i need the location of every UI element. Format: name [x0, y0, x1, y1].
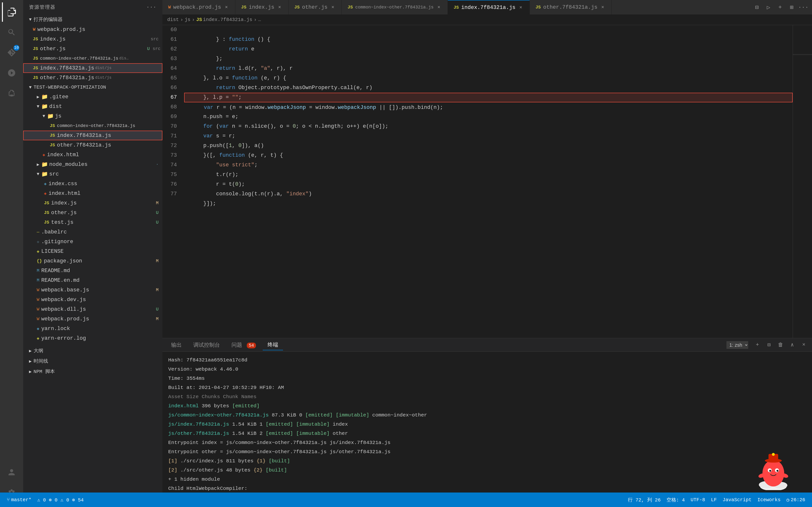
tree-index-hash[interactable]: JS index.7f84321a.js	[23, 131, 162, 140]
code-line-66: }, l.p = "";	[184, 83, 793, 93]
add-editor-btn[interactable]: +	[775, 2, 785, 12]
tree-readme-en[interactable]: M README.en.md	[23, 276, 162, 285]
status-extension[interactable]: Iceworks	[755, 493, 783, 507]
node-modules-arrow: ▶	[37, 162, 39, 167]
breadcrumb-dist[interactable]: dist	[167, 17, 179, 22]
tree-yarn-lock[interactable]: ◈ yarn.lock	[23, 324, 162, 333]
tab-other-hash[interactable]: JS other.7f84321a.js ×	[530, 0, 612, 14]
npm-section[interactable]: ▶ NPM 脚本	[23, 366, 162, 377]
run-btn[interactable]: ▷	[764, 2, 773, 12]
breadcrumb-symbol[interactable]: …	[258, 17, 261, 22]
split-editor-btn[interactable]: ⊟	[752, 2, 762, 12]
tree-webpack-prod[interactable]: W webpack.prod.js M	[23, 314, 162, 324]
terminal-line-12: [1] ./src/index.js 811 bytes {1} [built]	[168, 457, 806, 466]
tree-src[interactable]: ▼ 📁 src	[23, 169, 162, 179]
html-dist-icon: ◈	[43, 152, 45, 157]
webpack-prod-tree-icon: W	[37, 317, 39, 321]
status-encoding[interactable]: UTF-8	[688, 493, 708, 507]
tree-yarn-error[interactable]: ◈ yarn-error.log	[23, 333, 162, 343]
tab-index-js-close[interactable]: ×	[277, 4, 283, 10]
status-language[interactable]: JavaScript	[720, 493, 755, 507]
readme-en-icon: M	[37, 278, 39, 283]
timeline-section[interactable]: ▶ 时间线	[23, 356, 162, 366]
account-activity-item[interactable]	[2, 463, 21, 482]
tab-other-js[interactable]: JS other.js ×	[289, 0, 342, 14]
terminal-selector[interactable]: 1: zsh	[726, 341, 748, 349]
tree-index-html-dist[interactable]: ◈ index.html	[23, 150, 162, 160]
tree-gitignore[interactable]: ◈ .gitignore	[23, 237, 162, 246]
open-file-index-hash[interactable]: JS index.7f84321a.js dist/js	[23, 63, 162, 73]
status-time[interactable]: ◷ 26:26	[783, 493, 808, 507]
sidebar-more-icon[interactable]: ···	[146, 4, 157, 10]
tab-index-hash[interactable]: JS index.7f84321a.js ×	[448, 0, 530, 14]
breadcrumb-js[interactable]: js	[185, 17, 191, 22]
tab-common-close[interactable]: ×	[436, 4, 442, 10]
tab-other-js-close[interactable]: ×	[330, 4, 336, 10]
tree-common-hash[interactable]: JS common~index~other.7f84321a.js	[23, 121, 162, 131]
open-editors-section[interactable]: ▼ 打开的编辑器	[23, 14, 162, 24]
tree-index-css[interactable]: ◈ index.css	[23, 179, 162, 188]
open-file-common[interactable]: JS common~index~other.7f84321a.js dis…	[23, 54, 162, 63]
tab-index-hash-close[interactable]: ×	[518, 5, 524, 10]
terminal-tab-terminal[interactable]: 终端	[263, 340, 283, 350]
more-tabs-btn[interactable]: ···	[799, 2, 808, 12]
status-branch[interactable]: ⑂ master*	[4, 493, 34, 507]
open-file-index[interactable]: JS index.js src	[23, 34, 162, 44]
status-errors[interactable]: ⚠ 0 ⊗ 0 ⚠ 0 ⊗ 54	[34, 493, 87, 507]
files-activity-item[interactable]	[2, 2, 21, 22]
status-position[interactable]: 行 72, 列 26	[625, 493, 664, 507]
project-section[interactable]: ▼ TEST-WEBPACK-OPTIMIZATION	[23, 82, 162, 92]
tab-common-hash[interactable]: JS common~index~other.7f84321a.js ×	[342, 0, 448, 14]
tree-webpack-base[interactable]: W webpack.base.js M	[23, 285, 162, 295]
outline-section[interactable]: ▶ 大纲	[23, 345, 162, 356]
breadcrumb-sep1: ›	[180, 17, 183, 22]
code-line-73: "use strict";	[184, 151, 793, 160]
new-terminal-btn[interactable]: +	[753, 341, 762, 349]
tab-webpack-prod-close[interactable]: ×	[223, 4, 230, 10]
chevron-up-btn[interactable]: ∧	[788, 341, 797, 349]
breadcrumb-sep2: ›	[192, 17, 195, 22]
tree-package-json[interactable]: {} package.json M	[23, 256, 162, 266]
yarn-error-icon: ◈	[37, 336, 39, 341]
terminal-tab-problems[interactable]: 问题 54	[227, 340, 261, 350]
tree-webpack-dev[interactable]: W webpack.dev.js	[23, 295, 162, 304]
tree-babelrc[interactable]: — .babelrc	[23, 227, 162, 237]
debug-activity-item[interactable]	[2, 63, 21, 82]
common-js-icon: JS	[33, 56, 38, 61]
open-file-other[interactable]: JS other.js U src	[23, 44, 162, 54]
minimap	[793, 25, 812, 338]
search-activity-item[interactable]	[2, 23, 21, 42]
tree-webpack-dll[interactable]: W webpack.dll.js U	[23, 304, 162, 314]
open-file-webpack-prod[interactable]: W webpack.prod.js	[23, 24, 162, 34]
layout-btn[interactable]: ⊞	[787, 2, 797, 12]
tab-other-hash-close[interactable]: ×	[600, 4, 606, 10]
status-spaces[interactable]: 空格: 4	[664, 493, 688, 507]
terminal-line-11: Entrypoint other = js/common~index~other…	[168, 447, 806, 457]
terminal-tab-debug[interactable]: 调试控制台	[189, 340, 225, 350]
tree-index-js-src[interactable]: JS index.js M	[23, 198, 162, 208]
tab-webpack-prod[interactable]: W webpack.prod.js ×	[162, 0, 236, 14]
tree-test-js[interactable]: JS test.js U	[23, 218, 162, 227]
index-hash-js-icon: JS	[33, 66, 38, 70]
tree-readme[interactable]: M README.md	[23, 266, 162, 276]
git-activity-item[interactable]: 10	[2, 43, 21, 62]
tree-index-html-src[interactable]: ◈ index.html	[23, 188, 162, 198]
tree-other-hash[interactable]: JS other.7f84321a.js	[23, 140, 162, 150]
tree-license[interactable]: ◈ LICENSE	[23, 246, 162, 256]
trash-terminal-btn[interactable]: 🗑	[776, 341, 785, 349]
tab-webpack-prod-icon: W	[168, 5, 171, 10]
tab-index-js[interactable]: JS index.js ×	[236, 0, 289, 14]
close-terminal-btn[interactable]: ×	[800, 341, 808, 349]
tab-index-hash-icon: JS	[454, 5, 459, 10]
status-eol[interactable]: LF	[708, 493, 720, 507]
terminal-tab-output[interactable]: 输出	[166, 340, 187, 350]
open-file-other-hash[interactable]: JS other.7f84321a.js dist/js	[23, 73, 162, 82]
tree-dist[interactable]: ▼ 📁 dist	[23, 102, 162, 111]
split-terminal-btn[interactable]: ⊟	[765, 341, 773, 349]
tree-node-modules[interactable]: ▶ 📁 node_modules ·	[23, 160, 162, 169]
tree-js[interactable]: ▼ 📁 js	[23, 111, 162, 121]
breadcrumb-file[interactable]: index.7f84321a.js	[203, 17, 252, 22]
tree-other-js-src[interactable]: JS other.js U	[23, 208, 162, 218]
extensions-activity-item[interactable]	[2, 83, 21, 103]
tree-gitee[interactable]: ▶ 📁 .gitee	[23, 92, 162, 102]
